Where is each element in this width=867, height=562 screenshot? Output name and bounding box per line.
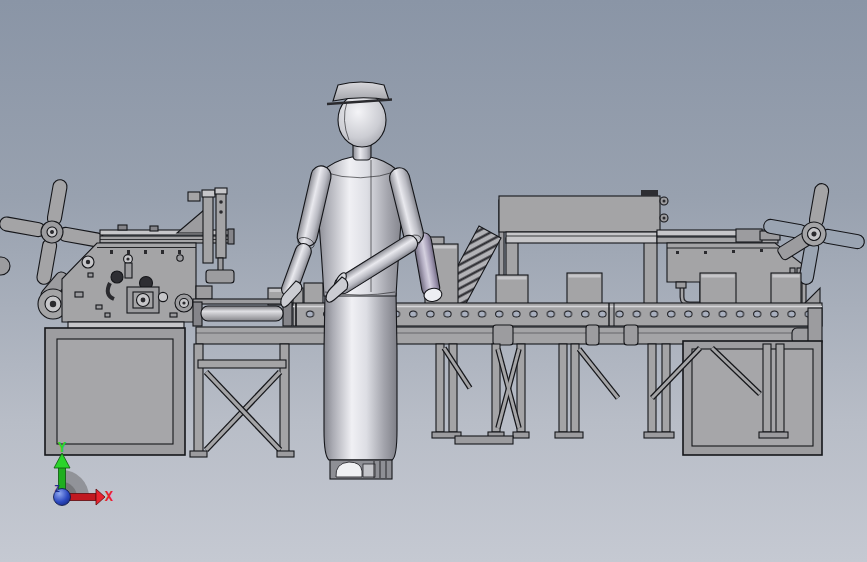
product-box bbox=[567, 273, 602, 307]
product-box bbox=[700, 273, 736, 307]
y-axis-label: Y bbox=[58, 439, 67, 455]
product-box bbox=[771, 273, 801, 306]
mannequin-cap[interactable] bbox=[333, 82, 389, 101]
product-box bbox=[496, 275, 528, 307]
z-axis-label: Z bbox=[54, 484, 60, 494]
product-box bbox=[304, 283, 323, 305]
x-axis-label: X bbox=[105, 488, 114, 504]
mannequin-skirt[interactable] bbox=[324, 293, 397, 460]
left-machine-cabinet[interactable] bbox=[45, 322, 185, 455]
model-view[interactable]: X Y Z bbox=[0, 0, 867, 562]
mannequin-feet[interactable] bbox=[330, 460, 392, 479]
cad-viewport[interactable]: X Y Z bbox=[0, 0, 867, 562]
